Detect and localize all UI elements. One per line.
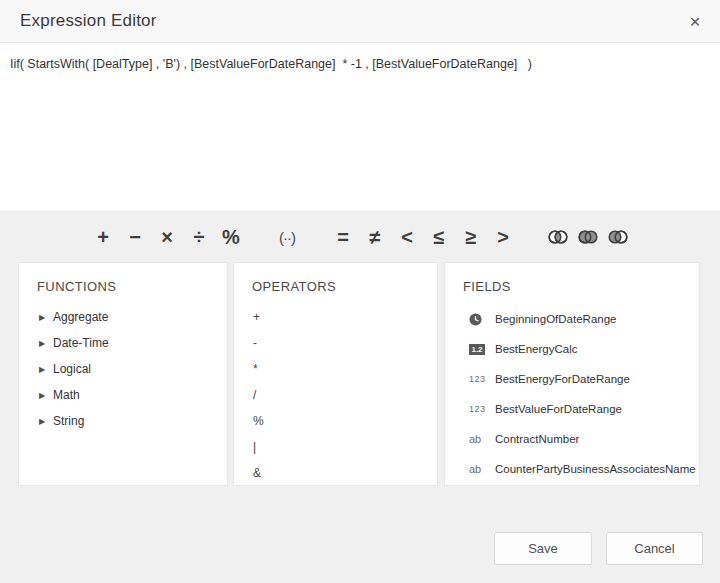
- toolbar-button-venn-difference[interactable]: [606, 222, 630, 252]
- title-bar: Expression Editor ×: [0, 0, 720, 43]
- operator-item[interactable]: +: [234, 304, 437, 330]
- field-item-label: BestValueForDateRange: [495, 403, 622, 415]
- footer: Save Cancel: [494, 532, 703, 565]
- venn-intersection-icon: [546, 229, 570, 245]
- string-glyph-icon: ab: [469, 433, 481, 445]
- function-item-label: Date-Time: [53, 336, 109, 350]
- decimal-field-icon: 1.2: [469, 344, 495, 355]
- toolbar-button-greater-or-equal[interactable]: ≥: [460, 222, 482, 252]
- field-item[interactable]: BeginningOfDateRange: [445, 304, 699, 334]
- venn-difference-icon: [606, 229, 630, 245]
- toolbar-button-divide[interactable]: ÷: [188, 222, 210, 252]
- function-item-label: Math: [53, 388, 80, 402]
- operator-item[interactable]: |: [234, 434, 437, 460]
- operators-list: +-*/%|&: [234, 304, 437, 486]
- toolbar-button-parentheses[interactable]: (··): [276, 222, 298, 252]
- lower-section: +−×÷%(··)=≠<≤≥> FUNCTIONS ▶Aggregate▶Dat…: [0, 211, 720, 583]
- toolbar-button-add[interactable]: +: [92, 222, 114, 252]
- toolbar: +−×÷%(··)=≠<≤≥>: [0, 212, 720, 262]
- cancel-button[interactable]: Cancel: [606, 532, 703, 565]
- toolbar-button-multiply[interactable]: ×: [156, 222, 178, 252]
- fields-header: FIELDS: [445, 263, 699, 304]
- close-icon[interactable]: ×: [684, 11, 706, 33]
- integer-field-icon: 123: [469, 374, 495, 384]
- venn-union-icon: [576, 229, 600, 245]
- function-item[interactable]: ▶String: [19, 408, 227, 434]
- operator-item[interactable]: -: [234, 330, 437, 356]
- clock-icon: [469, 313, 482, 326]
- field-item[interactable]: abCounterPartyBusinessAssociatesName: [445, 454, 699, 484]
- triangle-right-icon: ▶: [39, 313, 53, 322]
- field-item-label: ContractNumber: [495, 433, 579, 445]
- integer-glyph-icon: 123: [469, 404, 486, 414]
- string-field-icon: ab: [469, 463, 495, 475]
- string-glyph-icon: ab: [469, 463, 481, 475]
- expression-input[interactable]: Iif( StartsWith( [DealType] , 'B') , [Be…: [0, 44, 720, 211]
- toolbar-button-venn-intersection[interactable]: [546, 222, 570, 252]
- functions-header: FUNCTIONS: [19, 263, 227, 304]
- toolbar-button-modulo[interactable]: %: [220, 222, 242, 252]
- dialog-title: Expression Editor: [20, 0, 157, 42]
- operator-item[interactable]: *: [234, 356, 437, 382]
- toolbar-button-subtract[interactable]: −: [124, 222, 146, 252]
- toolbar-group: =≠<≤≥>: [327, 222, 519, 252]
- triangle-right-icon: ▶: [39, 365, 53, 374]
- operators-header: OPERATORS: [234, 263, 437, 304]
- field-item[interactable]: 123BestValueForDateRange: [445, 394, 699, 424]
- toolbar-button-less-or-equal[interactable]: ≤: [428, 222, 450, 252]
- integer-glyph-icon: 123: [469, 374, 486, 384]
- fields-panel: FIELDS BeginningOfDateRange1.2BestEnergy…: [444, 262, 700, 486]
- function-item[interactable]: ▶Aggregate: [19, 304, 227, 330]
- functions-panel: FUNCTIONS ▶Aggregate▶Date-Time▶Logical▶M…: [18, 262, 228, 486]
- panels-row: FUNCTIONS ▶Aggregate▶Date-Time▶Logical▶M…: [18, 262, 700, 486]
- operator-item[interactable]: /: [234, 382, 437, 408]
- fields-list: BeginningOfDateRange1.2BestEnergyCalc123…: [445, 304, 699, 484]
- triangle-right-icon: ▶: [39, 391, 53, 400]
- function-item[interactable]: ▶Logical: [19, 356, 227, 382]
- field-item[interactable]: abContractNumber: [445, 424, 699, 454]
- toolbar-group: [543, 222, 633, 252]
- toolbar-button-not-equals[interactable]: ≠: [364, 222, 386, 252]
- operator-item[interactable]: %: [234, 408, 437, 434]
- operator-item[interactable]: &: [234, 460, 437, 486]
- function-item[interactable]: ▶Date-Time: [19, 330, 227, 356]
- toolbar-group: (··): [271, 222, 303, 252]
- field-item-label: BeginningOfDateRange: [495, 313, 616, 325]
- save-button[interactable]: Save: [494, 532, 592, 565]
- datetime-field-icon: [469, 313, 495, 326]
- toolbar-button-less-than[interactable]: <: [396, 222, 418, 252]
- toolbar-button-venn-union[interactable]: [576, 222, 600, 252]
- integer-field-icon: 123: [469, 404, 495, 414]
- function-item-label: String: [53, 414, 84, 428]
- field-item-label: CounterPartyBusinessAssociatesName: [495, 463, 696, 475]
- decimal-badge-icon: 1.2: [469, 344, 485, 355]
- field-item[interactable]: 1.2BestEnergyCalc: [445, 334, 699, 364]
- triangle-right-icon: ▶: [39, 339, 53, 348]
- triangle-right-icon: ▶: [39, 417, 53, 426]
- field-item[interactable]: 123BestEnergyForDateRange: [445, 364, 699, 394]
- expression-editor-dialog: Expression Editor × Iif( StartsWith( [De…: [0, 0, 720, 583]
- field-item-label: BestEnergyForDateRange: [495, 373, 630, 385]
- string-field-icon: ab: [469, 433, 495, 445]
- toolbar-button-equals[interactable]: =: [332, 222, 354, 252]
- toolbar-group: +−×÷%: [87, 222, 247, 252]
- field-item-label: BestEnergyCalc: [495, 343, 577, 355]
- function-item[interactable]: ▶Math: [19, 382, 227, 408]
- operators-panel: OPERATORS +-*/%|&: [233, 262, 438, 486]
- functions-list: ▶Aggregate▶Date-Time▶Logical▶Math▶String: [19, 304, 227, 434]
- toolbar-button-greater-than[interactable]: >: [492, 222, 514, 252]
- function-item-label: Logical: [53, 362, 91, 376]
- function-item-label: Aggregate: [53, 310, 108, 324]
